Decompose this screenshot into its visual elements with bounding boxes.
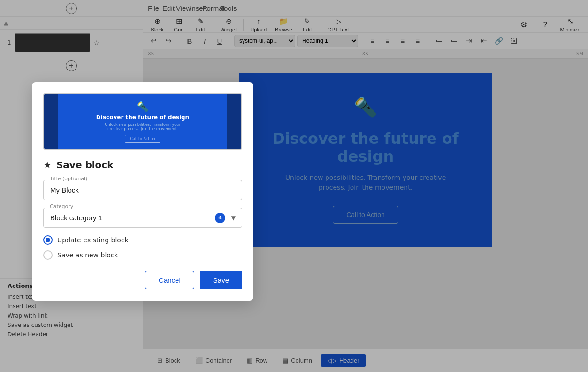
radio-update[interactable]: Update existing block <box>43 235 242 245</box>
modal-preview: 🔦 Discover the future of design Unlock n… <box>43 93 242 150</box>
radio-update-circle <box>43 235 53 245</box>
modal-star-icon: ★ <box>43 159 52 170</box>
category-field-label: Category <box>48 203 75 209</box>
radio-save-new[interactable]: Save as new block <box>43 250 242 260</box>
modal-footer: Cancel Save <box>43 271 242 289</box>
save-button[interactable]: Save <box>200 271 242 289</box>
save-block-modal: 🔦 Discover the future of design Unlock n… <box>32 82 253 301</box>
title-field-group: Title (optional) <box>43 180 242 200</box>
radio-update-label: Update existing block <box>57 236 129 244</box>
title-input[interactable] <box>43 180 242 200</box>
preview-title: Discover the future of design <box>96 114 189 121</box>
title-field-label: Title (optional) <box>48 176 89 182</box>
modal-overlay: 🔦 Discover the future of design Unlock n… <box>0 0 588 372</box>
preview-cta: Call to Action <box>125 135 160 143</box>
radio-save-new-circle <box>43 250 53 260</box>
radio-save-new-label: Save as new block <box>57 251 118 259</box>
category-select-wrap: Block category 1 Block category 2 Block … <box>43 208 242 228</box>
category-select[interactable]: Block category 1 Block category 2 Block … <box>43 208 242 228</box>
modal-header: ★ Save block <box>43 159 242 170</box>
preview-subtitle: Unlock new possibilities. Transform your… <box>100 123 185 131</box>
preview-dark-right <box>227 94 241 149</box>
modal-title: Save block <box>56 159 114 170</box>
preview-lamp-icon: 🔦 <box>137 101 149 112</box>
category-field-group: Category Block category 1 Block category… <box>43 208 242 228</box>
radio-group: Update existing block Save as new block <box>43 235 242 260</box>
preview-dark-left <box>44 94 58 149</box>
cancel-button[interactable]: Cancel <box>145 271 194 289</box>
